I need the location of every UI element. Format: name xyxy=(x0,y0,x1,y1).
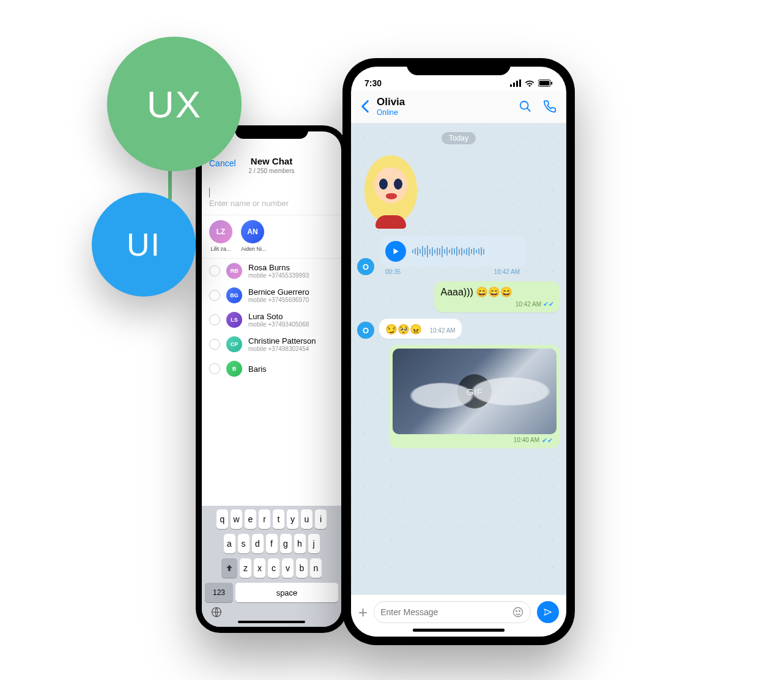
bubble[interactable]: 😏🥺😠 10:42 AM xyxy=(379,319,462,339)
timestamp: 10:42 AM xyxy=(429,327,455,334)
phone-right: 7:30 Olivia Online xyxy=(342,58,575,645)
message-gif: GIF 10:40 AM ✔✔ xyxy=(357,345,560,448)
avatar: CP xyxy=(226,336,242,352)
battery-icon xyxy=(538,79,553,87)
key[interactable]: x xyxy=(254,558,265,578)
list-item[interactable]: B Baris xyxy=(202,357,341,381)
contact-list[interactable]: RB Rosa Burns mobile +37455339993 BG Ber… xyxy=(202,259,341,506)
ui-badge: UI xyxy=(92,193,196,297)
message-field[interactable] xyxy=(374,601,531,623)
key[interactable]: g xyxy=(280,534,292,553)
list-item[interactable]: RB Rosa Burns mobile +37455339993 xyxy=(202,259,341,283)
key[interactable]: s xyxy=(238,534,250,553)
avatar: AN xyxy=(241,220,264,243)
radio[interactable] xyxy=(209,265,220,276)
play-button[interactable] xyxy=(385,241,406,262)
list-item[interactable]: CP Christine Patterson mobile +374983024… xyxy=(202,332,341,357)
space-key[interactable]: space xyxy=(235,583,338,602)
selected-chip[interactable]: AN Aiden Ni... xyxy=(241,220,267,252)
emoji-group: 😄😄😄 xyxy=(476,287,512,297)
key[interactable]: z xyxy=(240,558,251,578)
message-out: Aaaa))) 😄😄😄 10:42 AM✔✔ xyxy=(357,281,560,312)
svg-rect-7 xyxy=(551,82,552,85)
contact-name: Lura Soto xyxy=(248,312,334,321)
read-checks-icon: ✔✔ xyxy=(543,300,554,308)
svg-point-8 xyxy=(520,102,528,109)
globe-icon[interactable] xyxy=(210,606,223,618)
message-voice: O 00:35 10:42 AM xyxy=(357,236,560,275)
signal-icon xyxy=(510,79,521,87)
contact-phone: mobile +37498302454 xyxy=(248,346,334,352)
contact-phone: mobile +37493405068 xyxy=(248,321,334,328)
contact-phone: mobile +37455696970 xyxy=(248,297,334,303)
search-input[interactable] xyxy=(209,199,334,208)
attach-button[interactable]: + xyxy=(358,603,368,622)
avatar[interactable]: O xyxy=(357,322,374,339)
gif-badge: GIF xyxy=(457,374,492,408)
key[interactable]: q xyxy=(216,509,228,529)
key[interactable]: j xyxy=(308,534,320,553)
radio[interactable] xyxy=(209,363,220,374)
list-item[interactable]: BG Bernice Guerrero mobile +37455696970 xyxy=(202,283,341,308)
key[interactable]: e xyxy=(245,509,256,529)
message-input[interactable] xyxy=(380,607,507,617)
chip-label: Lilit za... xyxy=(209,246,232,252)
key[interactable]: c xyxy=(268,558,279,578)
emoji-picker-icon[interactable] xyxy=(512,606,524,618)
contact-phone: mobile +37455339993 xyxy=(248,272,334,279)
avatar[interactable]: O xyxy=(357,258,374,275)
search-row[interactable] xyxy=(202,180,341,215)
voice-duration: 00:35 xyxy=(385,268,401,275)
key[interactable]: w xyxy=(231,509,242,529)
key[interactable]: y xyxy=(287,509,298,529)
home-indicator[interactable] xyxy=(413,629,505,632)
notch xyxy=(235,125,308,139)
contact-name: Rosa Burns xyxy=(248,263,334,272)
keyboard[interactable]: q w e r t y u i a s d f g h j xyxy=(202,506,341,627)
key[interactable]: b xyxy=(296,558,308,578)
search-icon[interactable] xyxy=(519,100,532,113)
key[interactable]: t xyxy=(273,509,284,529)
key[interactable]: d xyxy=(252,534,264,553)
key[interactable]: n xyxy=(310,558,322,578)
contact-name: Christine Patterson xyxy=(248,336,334,346)
sticker-image[interactable] xyxy=(357,150,424,230)
svg-point-10 xyxy=(516,611,517,612)
key[interactable]: a xyxy=(224,534,235,553)
avatar: LS xyxy=(226,312,242,328)
ux-badge: UX xyxy=(107,37,242,171)
svg-point-9 xyxy=(514,608,523,617)
bubble[interactable]: Aaaa))) 😄😄😄 10:42 AM✔✔ xyxy=(434,281,560,312)
radio[interactable] xyxy=(209,339,220,350)
voice-bubble[interactable] xyxy=(379,236,526,267)
chat-title[interactable]: Olivia xyxy=(377,96,511,108)
cancel-button[interactable]: Cancel xyxy=(209,158,236,168)
key[interactable]: u xyxy=(301,509,312,529)
back-button[interactable] xyxy=(361,100,369,113)
emoji-group: 😏🥺😠 xyxy=(385,324,422,334)
call-icon[interactable] xyxy=(543,100,557,113)
key[interactable]: f xyxy=(266,534,278,553)
chat-body[interactable]: Today O xyxy=(351,124,566,594)
key[interactable]: r xyxy=(259,509,270,529)
member-count: 2 / 250 members xyxy=(209,168,334,174)
gif-bubble[interactable]: GIF 10:40 AM ✔✔ xyxy=(389,345,560,448)
send-button[interactable] xyxy=(537,601,559,623)
avatar: BG xyxy=(226,287,242,303)
key[interactable]: v xyxy=(282,558,294,578)
key[interactable]: h xyxy=(294,534,306,553)
waveform[interactable] xyxy=(412,243,520,259)
contact-name: Baris xyxy=(248,364,334,374)
selected-chip[interactable]: LZ Lilit za... xyxy=(209,220,232,252)
key[interactable]: i xyxy=(315,509,327,529)
message-text: Aaaa))) xyxy=(440,287,476,297)
radio[interactable] xyxy=(209,290,220,301)
selected-contacts: LZ Lilit za... AN Aiden Ni... xyxy=(202,215,341,259)
numbers-key[interactable]: 123 xyxy=(205,583,233,602)
gif-thumbnail[interactable]: GIF xyxy=(393,349,557,434)
home-indicator[interactable] xyxy=(238,621,305,623)
timestamp: 10:42 AM xyxy=(516,301,541,308)
radio[interactable] xyxy=(209,314,220,325)
list-item[interactable]: LS Lura Soto mobile +37493405068 xyxy=(202,308,341,332)
shift-key[interactable] xyxy=(221,558,237,578)
